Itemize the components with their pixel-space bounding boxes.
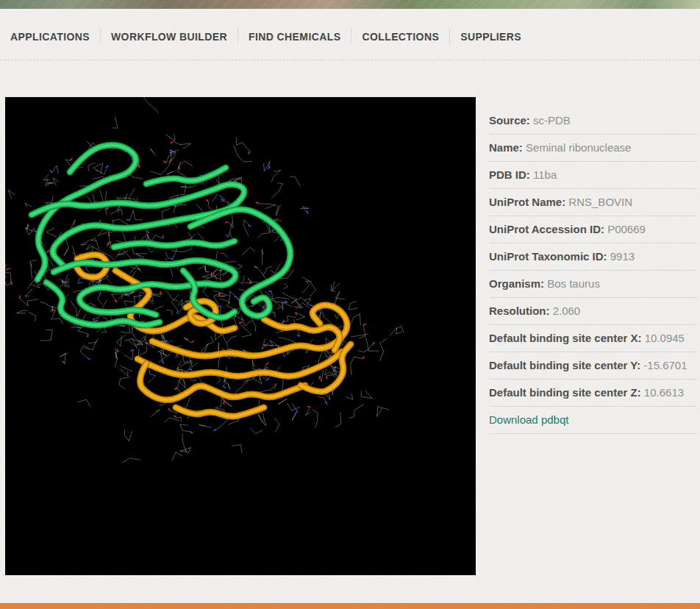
- info-row-source: Source: sc-PDB: [489, 107, 697, 135]
- nav-item-suppliers[interactable]: SUPPLIERS: [450, 29, 532, 44]
- info-value: 10.6613: [644, 386, 684, 399]
- info-row-uniprot-name: UniProt Name: RNS_BOVIN: [489, 189, 697, 216]
- main-navigation: APPLICATIONS WORKFLOW BUILDER FIND CHEMI…: [0, 9, 700, 60]
- info-row-uniprot-taxonomic-id: UniProt Taxonomic ID: 9913: [489, 243, 697, 271]
- nav-item-collections[interactable]: COLLECTIONS: [351, 29, 450, 44]
- info-row-binding-center-y: Default binding site center Y: -15.6701: [489, 352, 697, 380]
- info-row-download: Download pdbqt: [489, 407, 697, 434]
- info-row-pdb-id: PDB ID: 11ba: [489, 162, 697, 189]
- info-label: Resolution:: [489, 304, 550, 317]
- info-row-binding-center-z: Default binding site center Z: 10.6613: [489, 380, 697, 407]
- info-label: Default binding site center X:: [489, 332, 642, 344]
- info-label: UniProt Accession ID:: [489, 223, 604, 235]
- info-value: 11ba: [533, 168, 557, 181]
- info-value: RNS_BOVIN: [568, 196, 632, 208]
- info-value: Seminal ribonuclease: [526, 141, 631, 154]
- info-label: Default binding site center Y:: [489, 359, 640, 371]
- info-label: Name:: [489, 141, 523, 154]
- download-pdbqt-link[interactable]: Download pdbqt: [489, 413, 568, 426]
- info-row-uniprot-accession-id: UniProt Accession ID: P00669: [489, 216, 697, 243]
- info-value: 2.060: [553, 304, 581, 317]
- nav-item-workflow-builder[interactable]: WORKFLOW BUILDER: [101, 29, 238, 44]
- info-row-name: Name: Seminal ribonuclease: [489, 135, 697, 162]
- info-label: Source:: [489, 114, 530, 127]
- info-label: UniProt Name:: [489, 196, 565, 208]
- info-label: PDB ID:: [489, 168, 530, 181]
- info-label: Organism:: [489, 277, 544, 290]
- info-value: 9913: [610, 250, 635, 263]
- nav-item-find-chemicals[interactable]: FIND CHEMICALS: [238, 29, 351, 44]
- info-value: 10.0945: [645, 332, 685, 344]
- molecule-viewer[interactable]: [5, 97, 476, 575]
- footer-accent-bar: [0, 603, 700, 609]
- info-row-binding-center-x: Default binding site center X: 10.0945: [489, 325, 697, 352]
- info-label: Default binding site center Z:: [489, 386, 641, 399]
- info-value: -15.6701: [643, 359, 687, 371]
- info-value: P00669: [607, 223, 646, 235]
- info-label: UniProt Taxonomic ID:: [489, 250, 607, 263]
- info-value: Bos taurus: [547, 277, 600, 290]
- info-row-organism: Organism: Bos taurus: [489, 271, 697, 298]
- info-value: sc-PDB: [533, 114, 571, 127]
- nav-item-applications[interactable]: APPLICATIONS: [10, 29, 101, 44]
- protein-info-panel: Source: sc-PDB Name: Seminal ribonucleas…: [489, 97, 697, 434]
- header-banner-image: [0, 0, 700, 9]
- info-row-resolution: Resolution: 2.060: [489, 298, 697, 325]
